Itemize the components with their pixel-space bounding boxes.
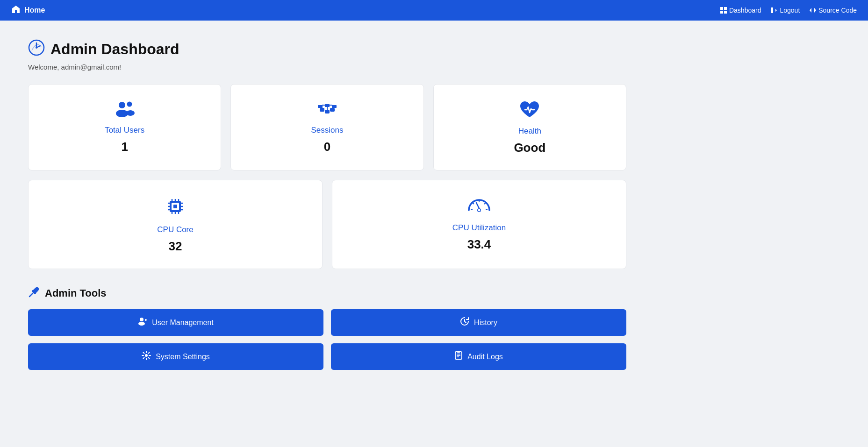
logout-link[interactable]: Logout (770, 7, 800, 14)
total-users-label: Total Users (105, 126, 144, 135)
dashboard-link[interactable]: Dashboard (720, 7, 761, 14)
svg-point-10 (116, 110, 128, 117)
source-code-link[interactable]: Source Code (809, 7, 857, 14)
tools-icon (28, 286, 40, 301)
svg-rect-20 (325, 104, 330, 107)
history-label: History (474, 319, 497, 327)
code-icon (809, 7, 817, 14)
svg-point-7 (36, 47, 37, 49)
main-content: Admin Dashboard Welcome, admin@gmail.com… (0, 21, 654, 389)
tools-grid: User Management History System Settings (28, 309, 626, 370)
user-management-icon (138, 317, 147, 328)
dashboard-page-icon (28, 39, 45, 59)
cpu-icon (164, 195, 187, 220)
svg-line-44 (484, 203, 486, 204)
navbar-brand: Home (24, 6, 45, 14)
audit-logs-button[interactable]: Audit Logs (331, 343, 626, 370)
svg-rect-55 (457, 351, 460, 353)
admin-tools-title: Admin Tools (45, 287, 107, 299)
svg-point-8 (119, 102, 125, 108)
cpu-util-value: 33.4 (467, 237, 491, 252)
cpu-core-value: 32 (169, 239, 182, 254)
svg-rect-14 (330, 108, 335, 112)
navbar-right: Dashboard Logout Source Code (720, 7, 857, 14)
navbar: Home Dashboard Logout Source Code (0, 0, 868, 21)
sessions-icon (316, 99, 338, 121)
health-label: Health (518, 127, 541, 136)
sessions-value: 0 (324, 140, 330, 154)
stat-card-cpu-util: CPU Utilization 33.4 (332, 180, 626, 269)
svg-rect-1 (724, 7, 727, 10)
stat-card-total-users: Total Users 1 (28, 84, 221, 170)
history-icon (460, 317, 469, 328)
welcome-text: Welcome, admin@gmail.com! (28, 63, 626, 71)
page-title: Admin Dashboard (50, 41, 179, 58)
svg-line-38 (476, 203, 479, 208)
stats-grid-bottom: CPU Core 32 CPU Utilization 33.4 (28, 180, 626, 269)
svg-point-39 (478, 209, 481, 212)
logout-icon (770, 7, 778, 14)
cpu-util-label: CPU Utilization (452, 223, 506, 233)
stats-grid-top: Total Users 1 Sessions 0 (28, 84, 626, 170)
stat-card-health: Health Good (433, 84, 626, 170)
users-icon (114, 99, 136, 121)
health-value: Good (514, 141, 545, 155)
stat-card-cpu-core: CPU Core 32 (28, 180, 323, 269)
svg-rect-3 (724, 11, 727, 14)
svg-rect-12 (320, 108, 324, 112)
svg-point-47 (138, 322, 145, 326)
total-users-value: 1 (121, 140, 128, 154)
svg-rect-21 (332, 105, 337, 108)
svg-line-45 (29, 293, 33, 297)
system-settings-icon (142, 351, 151, 362)
stat-card-sessions: Sessions 0 (230, 84, 423, 170)
svg-rect-2 (720, 11, 723, 14)
svg-rect-13 (325, 110, 330, 114)
system-settings-label: System Settings (156, 353, 210, 361)
user-management-button[interactable]: User Management (28, 309, 323, 336)
svg-rect-36 (173, 205, 177, 208)
user-management-label: User Management (152, 319, 214, 327)
svg-rect-0 (720, 7, 723, 10)
cpu-core-label: CPU Core (157, 225, 193, 234)
home-icon (11, 5, 21, 16)
svg-point-9 (127, 102, 132, 107)
dashboard-icon (720, 7, 727, 14)
speedometer-icon (467, 195, 491, 219)
svg-point-50 (145, 354, 148, 357)
svg-point-46 (140, 318, 143, 321)
admin-tools-header: Admin Tools (28, 286, 626, 301)
svg-point-11 (126, 110, 135, 116)
history-button[interactable]: History (331, 309, 626, 336)
svg-line-43 (473, 203, 474, 204)
navbar-left: Home (11, 5, 45, 16)
audit-logs-icon (454, 351, 463, 362)
sessions-label: Sessions (311, 126, 344, 135)
svg-rect-19 (318, 105, 323, 108)
health-icon (518, 99, 541, 122)
audit-logs-label: Audit Logs (467, 353, 503, 361)
system-settings-button[interactable]: System Settings (28, 343, 323, 370)
page-header: Admin Dashboard (28, 39, 626, 59)
